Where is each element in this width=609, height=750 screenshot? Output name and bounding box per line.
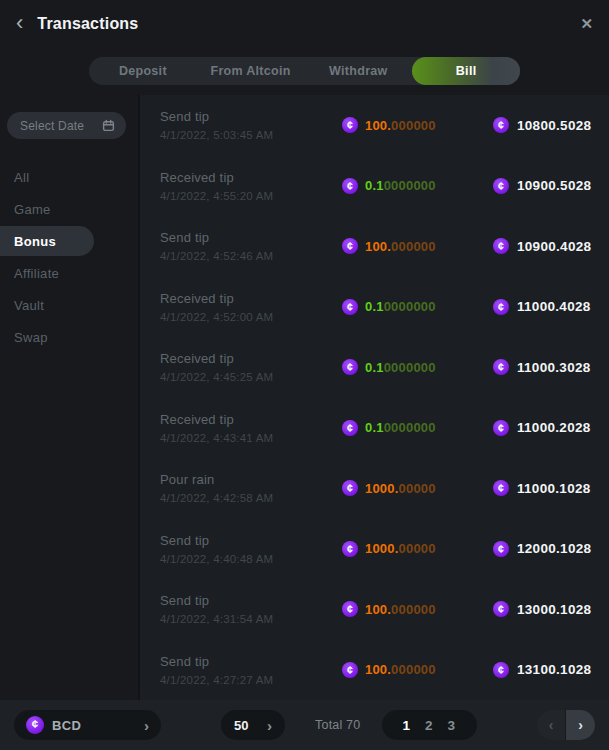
transaction-amount: ¢ 0.10000000 [342,178,493,194]
tab[interactable]: From Altcoin [197,57,305,85]
transaction-amount: ¢ 100.000000 [342,238,493,254]
filter-item[interactable]: Swap [0,321,138,353]
bcd-coin-icon: ¢ [493,480,509,496]
transaction-row: Send tip 4/1/2022, 4:31:54 AM ¢ 100.0000… [140,579,609,640]
amount-significant: 1000. [365,481,399,496]
bcd-coin-icon: ¢ [493,299,509,315]
filter-item[interactable]: Affiliate [0,257,138,289]
tab[interactable]: Deposit [89,57,197,85]
filter-item[interactable]: Vault [0,289,138,321]
currency-label: BCD [52,718,81,733]
transaction-balance: ¢ 11000.2028 [493,420,591,436]
bcd-coin-icon: ¢ [342,178,358,194]
chevron-left-icon: ‹ [549,717,554,733]
transaction-balance: ¢ 12000.1028 [493,541,591,557]
bcd-coin-icon: ¢ [493,541,509,557]
tab[interactable]: Bill [412,57,520,85]
amount-value: 1000.00000 [365,481,436,496]
filter-item[interactable]: Game [0,193,138,225]
transaction-amount: ¢ 0.10000000 [342,299,493,315]
bcd-coin-icon: ¢ [26,716,44,734]
tab[interactable]: Withdraw [305,57,413,85]
page-number[interactable]: 2 [425,718,433,733]
amount-significant: 1000. [365,541,399,556]
chevron-right-icon: › [578,717,583,733]
next-page-button[interactable]: › [566,710,595,740]
page-number[interactable]: 1 [402,718,410,733]
total-count: Total 70 [315,718,360,732]
transaction-balance: ¢ 11000.1028 [493,480,591,496]
bcd-coin-icon: ¢ [493,359,509,375]
select-date-label: Select Date [20,119,84,133]
transaction-info: Send tip 4/1/2022, 4:52:46 AM [160,230,342,262]
transaction-datetime: 4/1/2022, 4:31:54 AM [160,613,342,625]
balance-value: 10900.4028 [517,239,591,254]
transaction-amount: ¢ 100.000000 [342,117,493,133]
bcd-coin-icon: ¢ [342,117,358,133]
page-number[interactable]: 3 [447,718,455,733]
transaction-datetime: 4/1/2022, 5:03:45 AM [160,129,342,141]
amount-trailing-zeros: 0000000 [384,420,436,435]
amount-value: 0.10000000 [365,178,436,193]
modal-body: Select Date All Game [0,95,609,700]
filter-list: All Game Bonus Affiliate Vau [0,161,138,353]
balance-value: 11000.2028 [517,420,591,435]
balance-value: 11000.1028 [517,481,591,496]
transaction-type: Pour rain [160,472,342,487]
transaction-row: Pour rain 4/1/2022, 4:42:58 AM ¢ 1000.00… [140,458,609,519]
balance-value: 10800.5028 [517,118,591,133]
close-icon[interactable]: ✕ [580,15,593,33]
pagination: 1 2 3 [382,710,477,740]
currency-selector[interactable]: ¢ BCD › [14,710,161,740]
transaction-info: Send tip 4/1/2022, 4:40:48 AM [160,533,342,565]
bcd-coin-icon: ¢ [493,238,509,254]
transaction-amount: ¢ 100.000000 [342,662,493,678]
amount-significant: 100. [365,118,391,133]
amount-significant: 0.1 [365,178,384,193]
transaction-row: Received tip 4/1/2022, 4:43:41 AM ¢ 0.10… [140,398,609,459]
transaction-info: Send tip 4/1/2022, 4:31:54 AM [160,593,342,625]
filter-item-label: Vault [14,298,44,313]
chevron-right-icon: › [267,717,272,734]
transaction-balance: ¢ 11000.3028 [493,359,591,375]
tab-label: Deposit [119,64,167,78]
transaction-info: Send tip 4/1/2022, 4:27:27 AM [160,654,342,686]
bcd-coin-icon: ¢ [342,238,358,254]
back-icon[interactable]: ‹ [16,12,23,34]
amount-trailing-zeros: 000000 [391,118,436,133]
filter-item-label: Affiliate [14,266,59,281]
amount-trailing-zeros: 0000000 [384,360,436,375]
transaction-datetime: 4/1/2022, 4:27:27 AM [160,674,342,686]
amount-trailing-zeros: 000000 [391,662,436,677]
tabbar-wrap: Deposit From Altcoin Withdraw Bill [0,57,609,85]
select-date-button[interactable]: Select Date [7,112,126,139]
amount-value: 0.10000000 [365,420,436,435]
bcd-coin-icon: ¢ [342,420,358,436]
transaction-type: Send tip [160,593,342,608]
page-size-selector[interactable]: 50 › [221,710,285,740]
bcd-coin-icon: ¢ [342,541,358,557]
amount-trailing-zeros: 000000 [391,239,436,254]
amount-value: 100.000000 [365,602,436,617]
transaction-info: Pour rain 4/1/2022, 4:42:58 AM [160,472,342,504]
transaction-info: Received tip 4/1/2022, 4:45:25 AM [160,351,342,383]
transaction-datetime: 4/1/2022, 4:40:48 AM [160,553,342,565]
amount-value: 100.000000 [365,662,436,677]
transaction-info: Received tip 4/1/2022, 4:52:00 AM [160,291,342,323]
filter-item[interactable]: Bonus [0,226,94,256]
modal-header: ‹ Transactions ✕ [0,0,609,48]
transaction-type: Send tip [160,654,342,669]
bcd-coin-icon: ¢ [342,359,358,375]
balance-value: 13100.1028 [517,662,591,677]
prev-page-button[interactable]: ‹ [537,710,566,740]
transaction-row: Received tip 4/1/2022, 4:52:00 AM ¢ 0.10… [140,277,609,338]
transaction-balance: ¢ 10800.5028 [493,117,591,133]
transaction-balance: ¢ 10900.5028 [493,178,591,194]
transaction-type: Send tip [160,533,342,548]
filter-item[interactable]: All [0,161,138,193]
balance-value: 12000.1028 [517,541,591,556]
transaction-type-tabs: Deposit From Altcoin Withdraw Bill [89,57,520,85]
transaction-info: Received tip 4/1/2022, 4:55:20 AM [160,170,342,202]
transaction-datetime: 4/1/2022, 4:45:25 AM [160,371,342,383]
bcd-coin-icon: ¢ [342,480,358,496]
